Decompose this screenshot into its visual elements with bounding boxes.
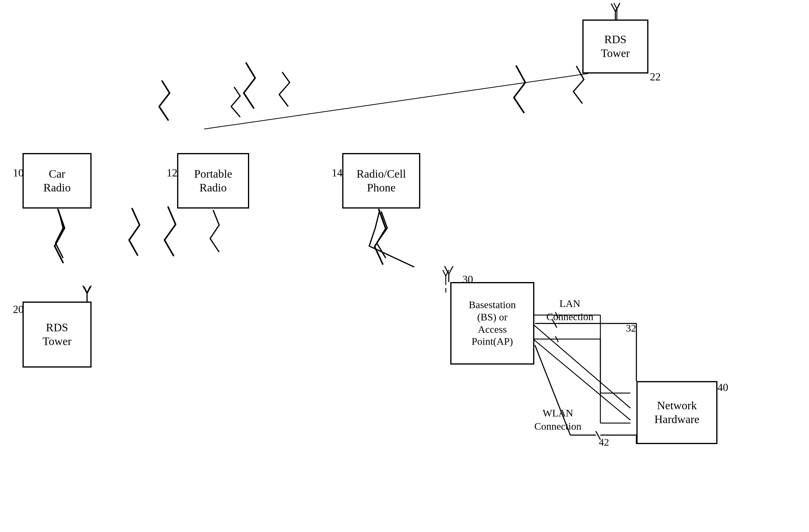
rds-tower-top-box: RDS Tower bbox=[582, 19, 649, 73]
radio-cell-phone-box: Radio/Cell Phone bbox=[342, 153, 420, 209]
portable-radio-number: 12 bbox=[167, 166, 177, 179]
wlan-connection-number: 42 bbox=[599, 437, 609, 448]
diagram-container: RDS Tower 22 Car Radio 10 Portable Radio… bbox=[0, 0, 809, 532]
network-hardware-box: Network Hardware bbox=[636, 381, 718, 444]
basestation-box: Basestation (BS) or Access Point(AP) bbox=[450, 282, 534, 365]
network-hardware-number: 40 bbox=[718, 381, 728, 394]
diagram-svg bbox=[0, 0, 809, 532]
basestation-number: 30 bbox=[462, 273, 473, 286]
radio-cell-phone-number: 14 bbox=[332, 166, 343, 179]
rds-tower-top-label: RDS Tower bbox=[601, 33, 630, 60]
network-hardware-label: Network Hardware bbox=[654, 399, 700, 426]
lan-connection-label: LANConnection bbox=[546, 297, 593, 323]
portable-radio-label: Portable Radio bbox=[194, 167, 233, 194]
basestation-label: Basestation (BS) or Access Point(AP) bbox=[469, 299, 516, 348]
rds-tower-bottom-label: RDS Tower bbox=[42, 321, 72, 348]
wlan-connection-label: WLANConnection bbox=[534, 407, 582, 433]
rds-tower-bottom-number: 20 bbox=[13, 303, 24, 316]
radio-cell-phone-label: Radio/Cell Phone bbox=[357, 167, 406, 194]
rds-tower-top-number: 22 bbox=[650, 71, 661, 83]
rds-tower-bottom-box: RDS Tower bbox=[22, 302, 91, 368]
svg-line-1 bbox=[204, 73, 588, 129]
car-radio-label: Car Radio bbox=[44, 167, 71, 194]
car-radio-box: Car Radio bbox=[22, 153, 91, 209]
lan-connection-number: 32 bbox=[626, 322, 636, 334]
car-radio-number: 10 bbox=[13, 166, 24, 179]
svg-line-4 bbox=[522, 315, 631, 408]
portable-radio-box: Portable Radio bbox=[177, 153, 249, 209]
